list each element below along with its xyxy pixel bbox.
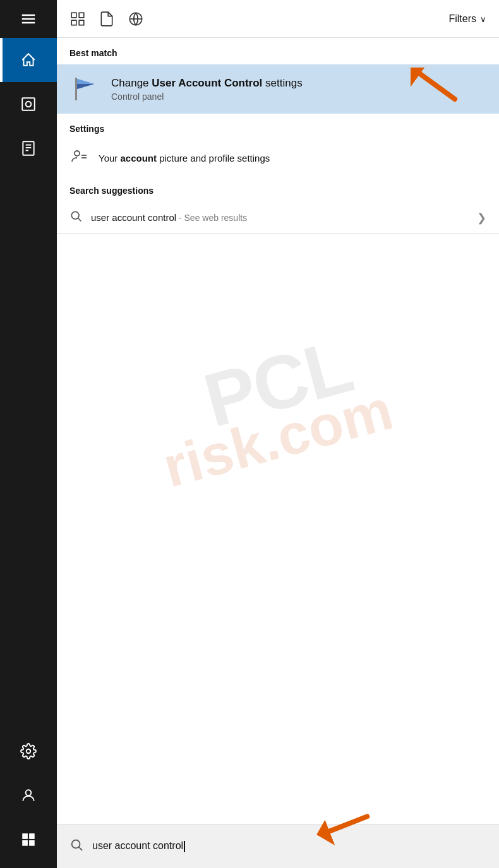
svg-point-9 (27, 749, 31, 754)
best-match-title: Change User Account Control settings (111, 76, 486, 90)
main-panel: Filters ∨ Best match (57, 0, 499, 868)
sidebar-item-home[interactable] (0, 38, 57, 82)
watermark-text-2: risk.com (157, 377, 399, 500)
best-match-text: Change User Account Control settings Con… (111, 76, 486, 102)
settings-item-account[interactable]: Your account picture and profile setting… (57, 140, 499, 175)
windows-flag-icon (69, 73, 101, 105)
svg-rect-11 (22, 833, 28, 839)
svg-rect-12 (29, 833, 35, 839)
settings-item-text: Your account picture and profile setting… (99, 153, 270, 163)
suggestion-item[interactable]: user account control - See web results ❯ (57, 202, 499, 234)
suggestion-chevron-icon: ❯ (477, 211, 486, 225)
svg-point-4 (26, 102, 32, 107)
svg-line-31 (78, 218, 81, 222)
filters-label: Filters (448, 13, 476, 25)
search-suggestions-label: Search suggestions (57, 175, 499, 202)
sidebar-bottom (0, 729, 57, 868)
toolbar: Filters ∨ (57, 0, 499, 38)
filters-chevron-icon: ∨ (480, 15, 486, 24)
hamburger-button[interactable] (0, 0, 57, 38)
sidebar-item-documents[interactable] (0, 126, 57, 170)
svg-point-32 (72, 840, 80, 848)
search-input[interactable]: user account control (92, 840, 486, 852)
sidebar-item-settings[interactable] (0, 729, 57, 773)
settings-label: Settings (57, 114, 499, 140)
sidebar (0, 0, 57, 868)
search-bar: user account control (57, 824, 499, 868)
toolbar-globe-icon[interactable] (128, 11, 144, 27)
best-match-subtitle: Control panel (111, 92, 486, 102)
account-icon (69, 149, 88, 167)
search-bar-icon (69, 838, 83, 855)
svg-rect-21 (75, 78, 77, 100)
results-area: Best match Change User Account Control s… (57, 38, 499, 824)
suggestion-search-icon (69, 210, 82, 225)
best-match-label: Best match (57, 38, 499, 64)
svg-line-33 (79, 847, 82, 850)
svg-rect-15 (71, 13, 76, 18)
best-match-item[interactable]: Change User Account Control settings Con… (57, 64, 499, 114)
filters-button[interactable]: Filters ∨ (448, 13, 486, 25)
svg-marker-24 (77, 84, 94, 89)
svg-rect-13 (22, 840, 28, 846)
svg-rect-3 (22, 98, 35, 110)
sidebar-item-store[interactable] (0, 82, 57, 126)
sidebar-item-windows[interactable] (0, 817, 57, 862)
sidebar-item-user[interactable] (0, 773, 57, 817)
svg-point-27 (75, 151, 80, 156)
svg-point-10 (26, 790, 32, 795)
toolbar-grid-icon[interactable] (69, 11, 86, 27)
svg-rect-17 (71, 20, 76, 25)
svg-point-30 (71, 211, 79, 219)
svg-rect-14 (29, 840, 35, 846)
watermark-area: PCL risk.com (57, 234, 499, 549)
svg-rect-18 (79, 20, 84, 25)
svg-rect-16 (79, 13, 84, 18)
svg-marker-23 (77, 79, 94, 84)
toolbar-document-icon[interactable] (99, 11, 115, 27)
svg-rect-5 (23, 141, 33, 155)
watermark-text-1: PCL (195, 321, 361, 444)
suggestion-text: user account control - See web results (91, 212, 468, 223)
